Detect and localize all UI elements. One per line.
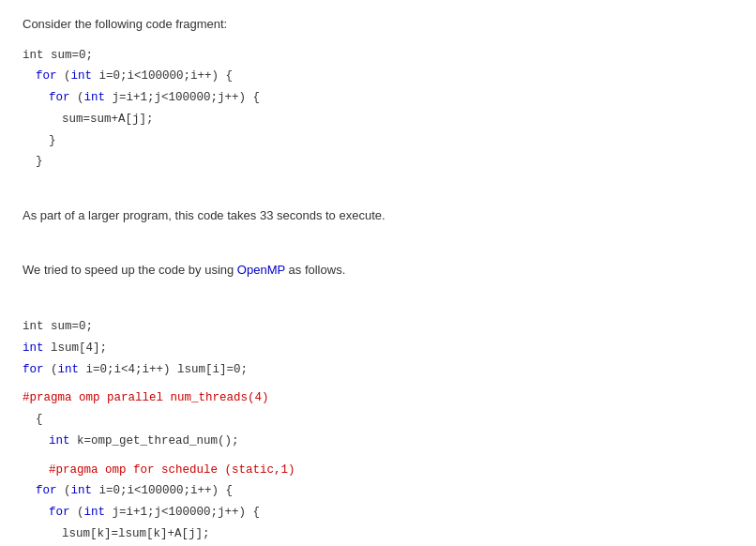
code2-pragma-1: #pragma omp parallel num_threads(4): [23, 389, 733, 407]
code-line-1: int sum=0;: [23, 47, 733, 65]
code-text: i=0;i<4;i++) lsum[i]=0;: [86, 363, 249, 376]
code-text: j=i+1;j<100000;j++) {: [113, 91, 261, 104]
code2-line-9: for (int j=i+1;j<100000;j++) {: [23, 504, 733, 522]
code-text: i=0;i<100000;i++) {: [99, 69, 234, 83]
description-2-section: We tried to speed up the code by using O…: [23, 261, 733, 280]
description-1-section: As part of a larger program, this code t…: [23, 206, 733, 225]
code2-pragma-2: #pragma omp for schedule (static,1): [23, 462, 733, 479]
code-line-6: }: [23, 153, 733, 171]
description-1-text: As part of a larger program, this code t…: [23, 206, 733, 225]
openmp-link: OpenMP: [237, 263, 285, 277]
code-block-1: int sum=0; for (int i=0;i<100000;i++) { …: [23, 47, 733, 172]
code2-line-1: int sum=0;: [23, 318, 733, 336]
code-text: {: [36, 413, 43, 426]
code-text: k=omp_get_thread_num();: [77, 434, 239, 447]
code2-line-10: lsum[k]=lsum[k]+A[j];: [23, 525, 733, 543]
page-content: Consider the following code fragment: in…: [23, 15, 733, 546]
code-line-3: for (int j=i+1;j<100000;j++) {: [23, 89, 733, 107]
intro-text: Consider the following code fragment:: [23, 15, 733, 34]
code-line-2: for (int i=0;i<100000;i++) {: [23, 68, 733, 85]
code-text: }: [49, 134, 56, 147]
code-text: (: [77, 506, 84, 519]
pragma-text-2: #pragma omp for schedule (static,1): [49, 463, 295, 477]
code-block-2: int sum=0; int lsum[4]; for (int i=0;i<4…: [23, 318, 733, 546]
code-text: lsum[4];: [51, 341, 107, 355]
code-text: (: [64, 69, 71, 83]
intro-section: Consider the following code fragment:: [23, 15, 733, 34]
description-2-text: We tried to speed up the code by using O…: [23, 261, 733, 280]
code-text: lsum[k]=lsum[k]+A[j];: [62, 527, 210, 540]
code2-line-2: int lsum[4];: [23, 340, 733, 357]
code-text: (: [51, 363, 58, 376]
code-text: j=i+1;j<100000;j++) {: [113, 506, 261, 519]
code2-line-5: {: [23, 411, 733, 429]
pragma-text: #pragma omp parallel num_threads(4): [23, 391, 269, 404]
keyword-for2: for: [49, 91, 77, 104]
code-text: int sum=0;: [23, 320, 93, 333]
code-text: (: [64, 484, 71, 497]
code-line-5: }: [23, 132, 733, 150]
code-text: int sum=0;: [23, 49, 93, 62]
code2-line-3: for (int i=0;i<4;i++) lsum[i]=0;: [23, 361, 733, 379]
code-text: (: [77, 91, 84, 104]
code-text: i=0;i<100000;i++) {: [99, 484, 234, 497]
keyword-for: for: [36, 69, 64, 83]
code-text: sum=sum+A[j];: [62, 113, 154, 126]
code2-line-6: int k=omp_get_thread_num();: [23, 432, 733, 450]
code2-line-8: for (int i=0;i<100000;i++) {: [23, 482, 733, 500]
code-text: }: [36, 155, 43, 168]
code-line-4: sum=sum+A[j];: [23, 111, 733, 129]
